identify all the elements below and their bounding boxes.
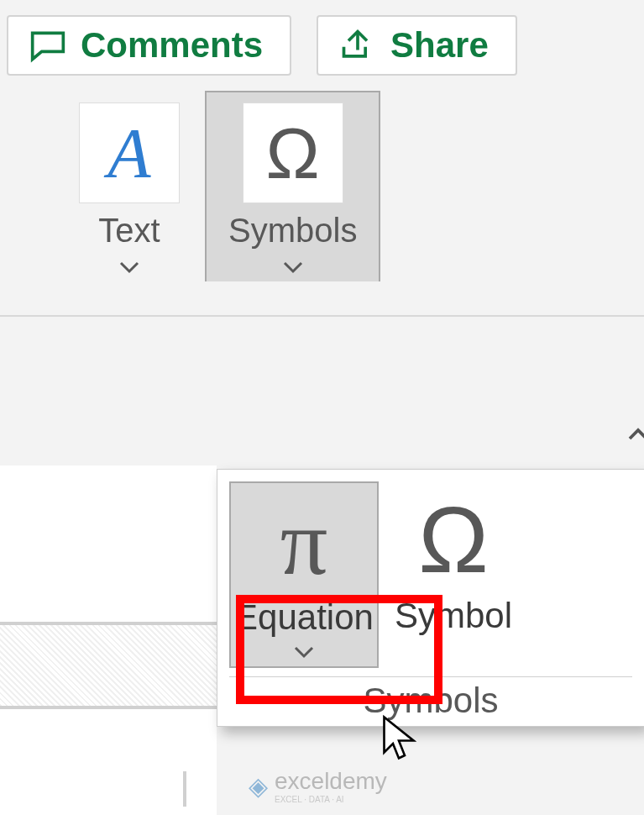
symbols-group-label: Symbols [228,212,357,250]
ribbon-collapse-chevron-icon[interactable] [626,418,644,455]
share-button[interactable]: Share [317,15,517,76]
grid-line [183,771,186,807]
share-label: Share [390,25,489,66]
comments-button[interactable]: Comments [7,15,291,76]
comment-icon [27,27,69,64]
text-icon: A [107,113,150,194]
watermark-tagline: EXCEL · DATA · AI [275,795,387,804]
watermark-brand: exceldemy [275,768,387,794]
share-icon [337,27,379,64]
chevron-down-icon [119,261,139,275]
highlight-annotation [236,595,442,704]
omega-icon: Ω [266,117,320,189]
ribbon-group-text[interactable]: A Text [55,91,203,281]
cursor-icon [381,714,416,761]
text-group-label: Text [98,212,160,250]
pi-icon: π [233,486,375,597]
symbols-icon-box: Ω [243,103,343,203]
chevron-down-icon [283,261,303,275]
text-icon-box: A [79,103,180,203]
ribbon-insert-tab: A Text Ω Symbols [0,91,644,317]
grid-line [0,706,217,709]
comments-label: Comments [81,25,263,66]
ribbon-group-symbols[interactable]: Ω Symbols [205,91,380,281]
omega-icon: Ω [382,485,525,596]
selected-cell[interactable] [0,625,217,706]
cube-icon: ◈ [249,771,268,801]
top-actions-bar: Comments Share [0,0,644,91]
watermark: ◈ exceldemy EXCEL · DATA · AI [249,768,387,804]
